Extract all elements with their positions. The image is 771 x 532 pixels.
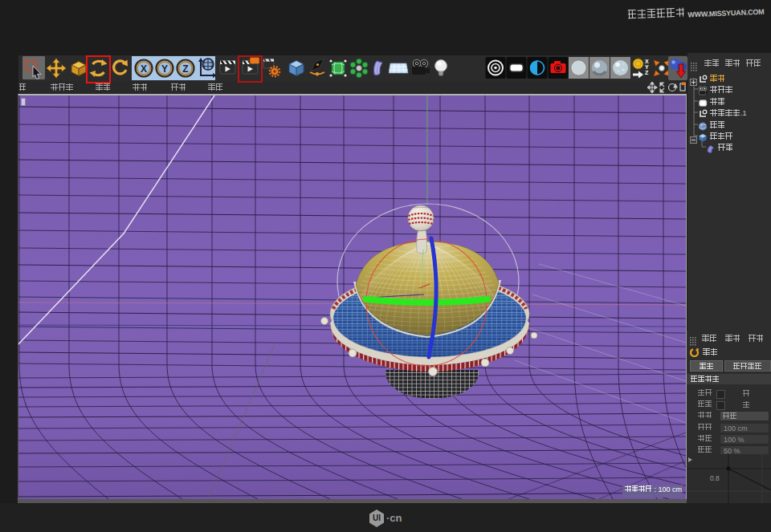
svg-text:Y: Y <box>645 64 649 70</box>
svg-text:Y: Y <box>161 63 168 75</box>
svg-text:Z: Z <box>182 63 188 75</box>
svg-text:Z: Z <box>645 70 649 75</box>
svg-text:X: X <box>141 63 147 75</box>
svg-text:X: X <box>645 59 649 64</box>
